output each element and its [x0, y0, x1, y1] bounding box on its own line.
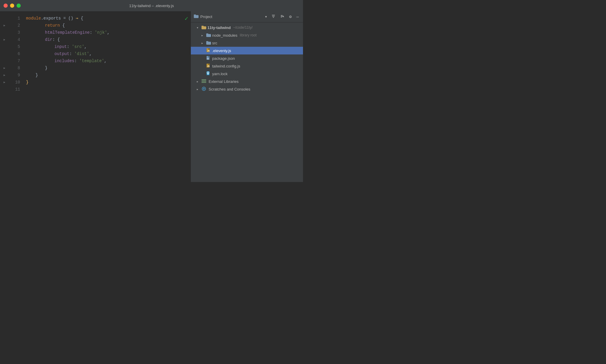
settings-icon[interactable]: ⚙	[288, 14, 293, 20]
svg-text:{}: {}	[207, 58, 209, 59]
collapse-arrow-node-modules	[202, 34, 205, 37]
collapse-arrow-src	[202, 41, 205, 45]
code-line-1: module.exports = () ⇒ {	[26, 15, 191, 22]
project-folder-icon	[194, 14, 199, 20]
yarn-lock-name: yarn.lock	[212, 72, 228, 76]
node-modules-label: library root	[240, 33, 257, 37]
editor-area: ▶ ▶ ▶ ▶ ▶ 1 2 3 4 5 6 7 8 9 10 11 ✓	[0, 11, 191, 182]
code-line-2: return {	[26, 22, 191, 29]
svg-rect-25	[208, 73, 209, 75]
eleventy-js-name: .eleventy.js	[212, 49, 231, 53]
tree-item-scratches-consoles[interactable]: Scratches and Consoles	[191, 85, 303, 93]
node-modules-folder-icon	[206, 33, 211, 37]
root-folder-path: ~/code/11ty/	[233, 25, 253, 30]
tailwind-config-name: tailwind.config.js	[212, 64, 240, 68]
svg-rect-26	[202, 79, 206, 80]
tree-item-node-modules[interactable]: node_modules library root	[191, 31, 303, 39]
code-line-3: htmlTemplateEngine: 'njk',	[26, 29, 191, 36]
minimize-icon[interactable]: —	[295, 14, 300, 20]
sidebar-header-icons: ⚙ —	[270, 14, 300, 20]
external-libraries-name: External Libraries	[209, 79, 238, 84]
tree-item-eleventy-js[interactable]: JS .eleventy.js	[191, 47, 303, 54]
collapse-arrow-scratches	[197, 88, 200, 91]
code-line-7: includes: 'template',	[26, 57, 191, 65]
tailwind-config-file-icon: JS	[206, 64, 211, 68]
svg-rect-11	[206, 33, 208, 35]
title-bar: 11ty-tailwind – .eleventy.js	[0, 0, 303, 11]
filter-icon[interactable]	[270, 14, 277, 20]
code-line-5: input: 'src',	[26, 43, 191, 50]
sort-icon[interactable]	[279, 14, 286, 20]
scratches-name: Scratches and Consoles	[209, 87, 250, 91]
tree-item-package-json[interactable]: {} package.json	[191, 54, 303, 62]
code-line-11	[26, 86, 191, 93]
yarn-lock-file-icon	[206, 71, 211, 76]
root-folder-icon	[202, 25, 206, 30]
external-libraries-icon	[202, 79, 206, 84]
fold-gutter: ▶ ▶ ▶ ▶ ▶	[0, 11, 9, 182]
collapse-arrow-external	[197, 80, 200, 83]
code-line-10: }	[26, 79, 191, 86]
tree-item-src[interactable]: src	[191, 39, 303, 47]
sidebar: Project ▾	[191, 11, 303, 182]
line-numbers: 1 2 3 4 5 6 7 8 9 10 11	[9, 11, 24, 182]
eleventy-file-icon: JS	[206, 48, 211, 53]
src-folder-icon	[206, 41, 211, 45]
svg-rect-18	[208, 56, 210, 57]
project-tree: 11ty-tailwind ~/code/11ty/ node_modules …	[191, 22, 303, 182]
checkmark-icon: ✓	[185, 15, 188, 22]
minimize-button[interactable]	[10, 4, 14, 8]
tree-item-tailwind-config[interactable]: JS tailwind.config.js	[191, 62, 303, 70]
svg-text:JS: JS	[207, 65, 209, 67]
svg-rect-13	[206, 41, 208, 42]
code-line-4: dir: {	[26, 36, 191, 43]
svg-rect-28	[202, 82, 206, 83]
sidebar-header: Project ▾	[191, 11, 303, 22]
scratches-icon	[202, 87, 206, 92]
package-json-name: package.json	[212, 56, 235, 61]
tree-item-yarn-lock[interactable]: yarn.lock	[191, 70, 303, 78]
root-folder-name: 11ty-tailwind	[207, 25, 231, 30]
maximize-button[interactable]	[17, 4, 21, 8]
code-line-9: }	[26, 72, 191, 79]
collapse-arrow-root	[197, 26, 200, 29]
svg-text:JS: JS	[207, 50, 209, 52]
tree-item-external-libraries[interactable]: External Libraries	[191, 78, 303, 85]
code-line-6: output: 'dist',	[26, 50, 191, 57]
svg-rect-27	[202, 80, 206, 81]
sidebar-dropdown-icon[interactable]: ▾	[264, 14, 268, 20]
package-json-file-icon: {}	[206, 56, 211, 61]
traffic-lights	[4, 4, 21, 8]
svg-rect-1	[194, 15, 196, 16]
sidebar-title: Project	[200, 15, 262, 19]
close-button[interactable]	[4, 4, 8, 8]
code-editor[interactable]: ✓ module.exports = () ⇒ { return { htmlT…	[24, 11, 191, 182]
node-modules-name: node_modules	[212, 33, 237, 38]
src-folder-name: src	[212, 41, 217, 45]
window-title: 11ty-tailwind – .eleventy.js	[129, 4, 174, 8]
svg-rect-9	[202, 26, 204, 27]
code-line-8: }	[26, 65, 191, 72]
tree-item-root[interactable]: 11ty-tailwind ~/code/11ty/	[191, 24, 303, 31]
